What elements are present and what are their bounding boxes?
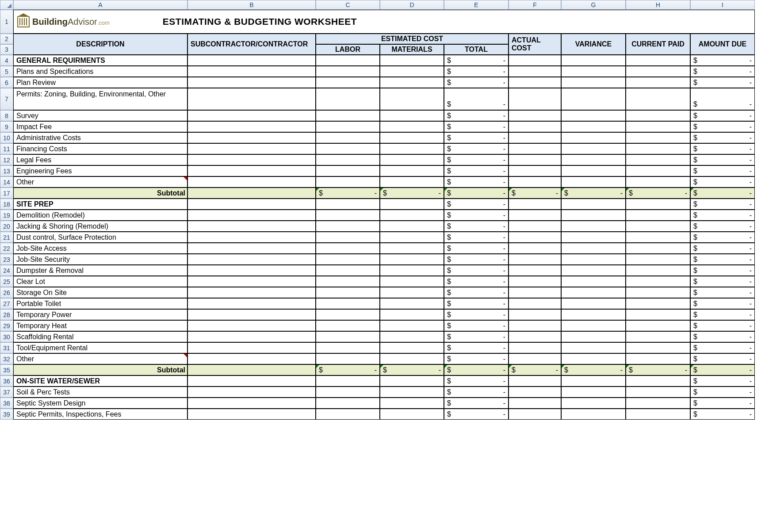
cell-H[interactable] bbox=[626, 176, 690, 188]
cell-F[interactable] bbox=[509, 55, 561, 66]
row-header-26[interactable]: 26 bbox=[0, 287, 13, 298]
cell-I[interactable]: $- bbox=[690, 88, 755, 110]
cell-B[interactable] bbox=[187, 342, 316, 353]
cell-C[interactable] bbox=[316, 353, 380, 364]
cell-E[interactable]: $- bbox=[444, 342, 509, 353]
cell-F[interactable] bbox=[509, 110, 561, 121]
cell-H[interactable] bbox=[626, 398, 690, 409]
cell-I[interactable]: $- bbox=[690, 232, 755, 243]
row-header-27[interactable]: 27 bbox=[0, 298, 13, 309]
cell-I[interactable]: $- bbox=[690, 342, 755, 353]
cell-F[interactable] bbox=[509, 232, 561, 243]
cell-C[interactable] bbox=[316, 265, 380, 276]
cell-G[interactable] bbox=[561, 77, 626, 88]
cell-F[interactable] bbox=[509, 409, 561, 420]
cell-B[interactable] bbox=[187, 165, 316, 176]
row-header-24[interactable]: 24 bbox=[0, 265, 13, 276]
desc-cell[interactable]: Plan Review bbox=[13, 77, 187, 88]
cell-B[interactable] bbox=[187, 221, 316, 232]
cell-D[interactable] bbox=[380, 320, 444, 331]
cell-H[interactable] bbox=[626, 276, 690, 287]
subtotal-G[interactable]: $- bbox=[561, 188, 626, 199]
row-header-3[interactable]: 3 bbox=[0, 44, 13, 55]
cell-G[interactable] bbox=[561, 232, 626, 243]
cell-H[interactable] bbox=[626, 143, 690, 154]
cell-D[interactable] bbox=[380, 88, 444, 110]
cell-I[interactable]: $- bbox=[690, 210, 755, 221]
desc-cell[interactable]: SITE PREP bbox=[13, 199, 187, 210]
subtotal-E[interactable]: $- bbox=[444, 364, 509, 375]
cell-E[interactable]: $- bbox=[444, 77, 509, 88]
cell-D[interactable] bbox=[380, 243, 444, 254]
cell-G[interactable] bbox=[561, 298, 626, 309]
desc-cell[interactable]: Legal Fees bbox=[13, 154, 187, 165]
cell-G[interactable] bbox=[561, 199, 626, 210]
row-header-31[interactable]: 31 bbox=[0, 342, 13, 353]
cell-H[interactable] bbox=[626, 409, 690, 420]
cell-H[interactable] bbox=[626, 309, 690, 320]
cell-E[interactable]: $- bbox=[444, 309, 509, 320]
cell-C[interactable] bbox=[316, 143, 380, 154]
desc-cell[interactable]: Financing Costs bbox=[13, 143, 187, 154]
desc-cell[interactable]: Temporary Heat bbox=[13, 320, 187, 331]
cell-F[interactable] bbox=[509, 398, 561, 409]
cell-I[interactable]: $- bbox=[690, 221, 755, 232]
cell-E[interactable]: $- bbox=[444, 210, 509, 221]
cell-B[interactable] bbox=[187, 387, 316, 398]
subtotal-label[interactable]: Subtotal bbox=[13, 364, 187, 375]
hdr-labor[interactable]: LABOR bbox=[316, 44, 380, 55]
cell-F[interactable] bbox=[509, 254, 561, 265]
cell-D[interactable] bbox=[380, 110, 444, 121]
col-header-E[interactable]: E bbox=[444, 0, 509, 10]
cell-D[interactable] bbox=[380, 143, 444, 154]
desc-cell[interactable]: Portable Toilet bbox=[13, 298, 187, 309]
cell-B[interactable] bbox=[187, 154, 316, 165]
row-header-20[interactable]: 20 bbox=[0, 221, 13, 232]
cell-G[interactable] bbox=[561, 287, 626, 298]
cell-I[interactable]: $- bbox=[690, 154, 755, 165]
cell-I[interactable]: $- bbox=[690, 409, 755, 420]
cell-D[interactable] bbox=[380, 221, 444, 232]
cell-C[interactable] bbox=[316, 88, 380, 110]
row-header-19[interactable]: 19 bbox=[0, 210, 13, 221]
cell-G[interactable] bbox=[561, 154, 626, 165]
row-header-6[interactable]: 6 bbox=[0, 77, 13, 88]
hdr-current-paid[interactable]: CURRENT PAID bbox=[626, 34, 690, 55]
row-header-13[interactable]: 13 bbox=[0, 165, 13, 176]
cell-C[interactable] bbox=[316, 409, 380, 420]
cell-D[interactable] bbox=[380, 409, 444, 420]
cell-E[interactable]: $- bbox=[444, 398, 509, 409]
subtotal-H[interactable]: $- bbox=[626, 188, 690, 199]
desc-cell[interactable]: GENERAL REQUIRMENTS bbox=[13, 55, 187, 66]
cell-C[interactable] bbox=[316, 298, 380, 309]
desc-cell[interactable]: Jacking & Shoring (Remodel) bbox=[13, 221, 187, 232]
cell-H[interactable] bbox=[626, 165, 690, 176]
cell-F[interactable] bbox=[509, 176, 561, 188]
cell-I[interactable]: $- bbox=[690, 287, 755, 298]
cell-C[interactable] bbox=[316, 320, 380, 331]
hdr-materials[interactable]: MATERIALS bbox=[380, 44, 444, 55]
desc-cell[interactable]: Administrative Costs bbox=[13, 132, 187, 143]
cell-B[interactable] bbox=[187, 110, 316, 121]
cell-B[interactable] bbox=[187, 77, 316, 88]
cell-I[interactable]: $- bbox=[690, 143, 755, 154]
cell-C[interactable] bbox=[316, 232, 380, 243]
hdr-amount-due[interactable]: AMOUNT DUE bbox=[690, 34, 755, 55]
cell-H[interactable] bbox=[626, 342, 690, 353]
cell-G[interactable] bbox=[561, 409, 626, 420]
row-header-28[interactable]: 28 bbox=[0, 309, 13, 320]
row-header-22[interactable]: 22 bbox=[0, 243, 13, 254]
cell-C[interactable] bbox=[316, 331, 380, 342]
cell-B[interactable] bbox=[187, 265, 316, 276]
cell-D[interactable] bbox=[380, 165, 444, 176]
cell-C[interactable] bbox=[316, 66, 380, 77]
cell-D[interactable] bbox=[380, 199, 444, 210]
cell-H[interactable] bbox=[626, 199, 690, 210]
row-header-23[interactable]: 23 bbox=[0, 254, 13, 265]
cell-G[interactable] bbox=[561, 398, 626, 409]
cell-D[interactable] bbox=[380, 331, 444, 342]
cell-B[interactable] bbox=[187, 331, 316, 342]
subtotal-b[interactable] bbox=[187, 364, 316, 375]
cell-E[interactable]: $- bbox=[444, 143, 509, 154]
cell-C[interactable] bbox=[316, 165, 380, 176]
